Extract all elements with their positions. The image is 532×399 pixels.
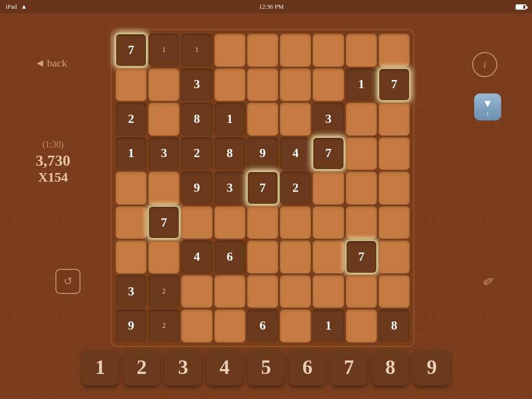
- board-cell-27[interactable]: 1: [116, 137, 146, 170]
- number-tile-7[interactable]: 7: [331, 349, 367, 386]
- board-cell-61[interactable]: 7: [346, 240, 377, 273]
- board-cell-11[interactable]: 3: [181, 68, 212, 101]
- hint-button[interactable]: ▼ I: [474, 93, 501, 120]
- board-cell-5[interactable]: [280, 34, 311, 66]
- board-cell-7[interactable]: [346, 34, 377, 66]
- board-cell-40[interactable]: 7: [247, 172, 278, 204]
- board-cell-2[interactable]: 1: [181, 34, 212, 66]
- board-cell-6[interactable]: [313, 34, 344, 66]
- info-button[interactable]: i: [472, 52, 497, 77]
- board-cell-69[interactable]: [313, 275, 344, 308]
- board-cell-60[interactable]: [313, 240, 344, 273]
- board-cell-14[interactable]: [280, 68, 311, 101]
- board-cell-68[interactable]: [280, 275, 311, 308]
- board-cell-56[interactable]: 4: [181, 240, 212, 273]
- board-cell-1[interactable]: 1: [148, 34, 179, 66]
- board-cell-58[interactable]: [247, 240, 278, 273]
- board-cell-17[interactable]: 7: [379, 68, 410, 101]
- board-cell-8[interactable]: [379, 34, 410, 66]
- board-cell-66[interactable]: [214, 275, 245, 308]
- board-cell-64[interactable]: 2: [148, 275, 179, 308]
- number-tile-8[interactable]: 8: [372, 349, 409, 386]
- board-cell-34[interactable]: [346, 137, 377, 170]
- board-cell-76[interactable]: 6: [247, 309, 278, 342]
- board-cell-4[interactable]: [247, 34, 278, 66]
- board-cell-54[interactable]: [116, 240, 146, 273]
- board-cell-51[interactable]: [313, 206, 344, 239]
- board-cell-49[interactable]: [247, 206, 278, 239]
- board-cell-78[interactable]: 1: [313, 309, 344, 342]
- board-cell-35[interactable]: [379, 137, 410, 170]
- board-cell-33[interactable]: 7: [313, 137, 344, 170]
- refresh-button[interactable]: ↺: [55, 269, 80, 294]
- board-cell-37[interactable]: [148, 172, 179, 204]
- board-cell-43[interactable]: [346, 172, 377, 204]
- board-cell-62[interactable]: [379, 240, 410, 273]
- board-cell-0[interactable]: 7: [116, 34, 146, 66]
- board-cell-45[interactable]: [116, 206, 146, 239]
- board-cell-13[interactable]: [247, 68, 278, 101]
- board-cell-57[interactable]: 6: [214, 240, 245, 273]
- board-cell-59[interactable]: [280, 240, 311, 273]
- board-cell-55[interactable]: [148, 240, 179, 273]
- board-cell-10[interactable]: [148, 68, 179, 101]
- refresh-icon: ↺: [64, 275, 72, 288]
- board-cell-53[interactable]: [379, 206, 410, 239]
- board-cell-9[interactable]: [116, 68, 146, 101]
- board-cell-46[interactable]: 7: [148, 206, 179, 239]
- board-cell-26[interactable]: [379, 103, 410, 135]
- board-cell-32[interactable]: 4: [280, 137, 311, 170]
- board-cell-50[interactable]: [280, 206, 311, 239]
- board-cell-75[interactable]: [214, 309, 245, 342]
- board-cell-21[interactable]: 1: [214, 103, 245, 135]
- board-cell-71[interactable]: [379, 275, 410, 308]
- board-cell-31[interactable]: 9: [247, 137, 278, 170]
- board-cell-16[interactable]: 1: [346, 68, 377, 101]
- board-cell-38[interactable]: 9: [181, 172, 212, 204]
- board-cell-67[interactable]: [247, 275, 278, 308]
- board-cell-15[interactable]: [313, 68, 344, 101]
- board-cell-48[interactable]: [214, 206, 245, 239]
- board-cell-3[interactable]: [214, 34, 245, 66]
- board-cell-77[interactable]: [280, 309, 311, 342]
- board-cell-42[interactable]: [313, 172, 344, 204]
- board-cell-25[interactable]: [346, 103, 377, 135]
- board-cell-79[interactable]: [346, 309, 377, 342]
- wifi-icon: ▲: [21, 3, 27, 11]
- number-tile-5[interactable]: 5: [248, 349, 284, 386]
- board-cell-24[interactable]: 3: [313, 103, 344, 135]
- number-tile-2[interactable]: 2: [123, 349, 160, 386]
- pencil-icon: ✏: [480, 272, 497, 291]
- board-cell-22[interactable]: [247, 103, 278, 135]
- board-cell-36[interactable]: [116, 172, 146, 204]
- pencil-button[interactable]: ✏: [476, 269, 501, 294]
- board-cell-72[interactable]: 9: [116, 309, 146, 342]
- board-cell-52[interactable]: [346, 206, 377, 239]
- number-tile-9[interactable]: 9: [413, 349, 450, 386]
- board-cell-70[interactable]: [346, 275, 377, 308]
- hint-icon: ▼: [482, 97, 493, 110]
- number-tile-4[interactable]: 4: [206, 349, 243, 386]
- board-cell-39[interactable]: 3: [214, 172, 245, 204]
- board-cell-12[interactable]: [214, 68, 245, 101]
- board-cell-23[interactable]: [280, 103, 311, 135]
- board-cell-80[interactable]: 8: [379, 309, 410, 342]
- back-button[interactable]: ◄ back: [35, 57, 67, 69]
- board-cell-44[interactable]: [379, 172, 410, 204]
- board-cell-73[interactable]: 2: [148, 309, 179, 342]
- board-cell-63[interactable]: 3: [116, 275, 146, 308]
- board-cell-47[interactable]: [181, 206, 212, 239]
- board-cell-18[interactable]: 2: [116, 103, 146, 135]
- board-cell-28[interactable]: 3: [148, 137, 179, 170]
- board-cell-29[interactable]: 2: [181, 137, 212, 170]
- board-cell-20[interactable]: 8: [181, 103, 212, 135]
- board-cell-74[interactable]: [181, 309, 212, 342]
- number-tile-3[interactable]: 3: [165, 349, 201, 386]
- back-arrow: ◄: [35, 57, 45, 69]
- number-tile-1[interactable]: 1: [82, 349, 119, 386]
- board-cell-41[interactable]: 2: [280, 172, 311, 204]
- board-cell-19[interactable]: [148, 103, 179, 135]
- number-tile-6[interactable]: 6: [289, 349, 326, 386]
- board-cell-65[interactable]: [181, 275, 212, 308]
- board-cell-30[interactable]: 8: [214, 137, 245, 170]
